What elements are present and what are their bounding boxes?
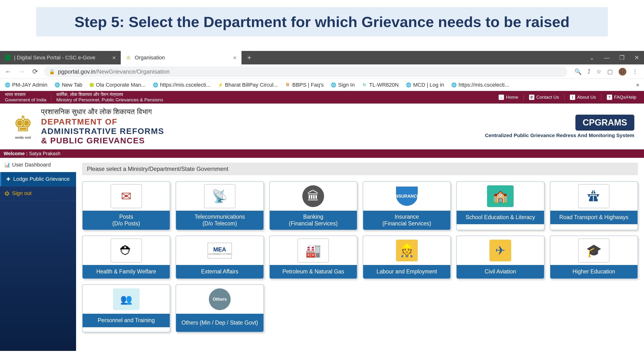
dept-en-line2: ADMINISTRATIVE REFORMS (41, 126, 485, 136)
url-bar: ← → ⟳ 🔒 pgportal.gov.in/NewGrievance/Org… (0, 64, 644, 79)
card-civil-aviation[interactable]: ✈ Civil Aviation (456, 236, 544, 279)
close-icon[interactable]: × (112, 54, 116, 61)
chevron-down-icon[interactable]: ⌄ (590, 54, 594, 61)
panel-icon[interactable]: ▢ (607, 68, 613, 75)
circle-icon (90, 83, 94, 87)
others-icon: Others (209, 288, 230, 310)
forward-button: → (17, 68, 26, 75)
dashboard-icon: 📊 (4, 162, 10, 168)
globe-icon: 🌐 (54, 82, 60, 88)
tab-title: Organisation (135, 54, 165, 61)
card-higher-education[interactable]: 🎓 Higher Education (550, 236, 638, 279)
bookmark-bharat[interactable]: ⚡Bharat BillPay Circul... (218, 82, 278, 88)
sidebar-item-label: Lodge Public Grievance (13, 176, 70, 182)
contact-link[interactable]: ✆Contact Us (526, 95, 562, 100)
share-icon[interactable]: ⤴ (588, 68, 590, 75)
close-window-icon[interactable]: ✕ (634, 54, 639, 61)
reload-button[interactable]: ⟳ (31, 67, 39, 75)
card-telecommunications[interactable]: 📡 Telecommunications(D/o Telecom) (176, 181, 264, 230)
minimize-icon[interactable]: — (604, 54, 610, 61)
bookmark-pmjay[interactable]: 🌐PM-JAY Admin (5, 82, 47, 88)
sidebar-item-label: User Dashboard (12, 162, 51, 168)
bookmark-mis2[interactable]: 🌐https://mis.cscelecti... (451, 82, 509, 88)
maximize-icon[interactable]: ❐ (619, 54, 625, 61)
prompt-text: Please select a Ministry/Department/Stat… (82, 163, 638, 175)
globe-icon: 🌐 (5, 82, 10, 88)
card-external-affairs[interactable]: MEAGOVERNMENT OF INDIA External Affairs (176, 236, 264, 279)
card-banking[interactable]: 🏛 Banking(Financial Services) (269, 181, 358, 230)
favicon-icon (5, 55, 10, 60)
divider (51, 94, 52, 101)
faqs-link[interactable]: ?FAQs/Help (604, 95, 639, 100)
tab-organisation[interactable]: ♔ Organisation × (121, 51, 242, 64)
card-personnel-training[interactable]: 👥 Personnel and Training (82, 284, 170, 332)
globe-icon: 🌐 (153, 82, 158, 88)
card-others[interactable]: Others Others (Min / Dep / State Govt) (176, 284, 264, 332)
dept-titles: प्रशासनिक सुधार और लोक शिकायत विभाग DEPA… (41, 108, 485, 145)
card-school-education[interactable]: 🏫 School Education & Literacy (456, 181, 544, 230)
sidebar-item-dashboard[interactable]: 📊 User Dashboard (0, 158, 76, 172)
cpgrams-box: CPGRAMS Centralized Public Grievance Red… (485, 115, 634, 138)
globe-icon: 🌐 (331, 82, 336, 88)
national-emblem: ♚ सत्यमेव जयते (10, 107, 36, 146)
bank-icon: 🏛 (302, 185, 324, 207)
globe-icon: 🌐 (406, 82, 411, 88)
mea-icon: MEAGOVERNMENT OF INDIA (208, 243, 232, 259)
sidebar: 📊 User Dashboard ✚ Lodge Public Grievanc… (0, 158, 76, 351)
card-labour[interactable]: 👷 Labour and Employment (363, 236, 451, 279)
back-button[interactable]: ← (4, 68, 12, 75)
school-icon: 🏫 (487, 185, 514, 207)
tab-digital-seva[interactable]: | Digital Seva Portal - CSC e-Gove × (0, 51, 121, 64)
card-road-transport[interactable]: 🛣 Road Transport & Highways (550, 181, 638, 230)
tab-title: | Digital Seva Portal - CSC e-Gove (14, 54, 96, 61)
bookmarks-bar: 🌐PM-JAY Admin 🌐New Tab Ola Corporate Man… (0, 79, 644, 91)
gov-en-1: Government of India (5, 97, 46, 103)
url-actions: 🔍 ⤴ ☆ ▢ U ⋮ (572, 68, 640, 75)
chevron-right-icon: » (636, 82, 639, 88)
welcome-label: Welcome : (4, 151, 28, 156)
home-link[interactable]: ⌂Home (496, 95, 521, 100)
dept-en-line1: DEPARTMENT OF (41, 117, 485, 126)
star-icon[interactable]: ☆ (596, 68, 602, 75)
plus-icon: ✚ (6, 176, 11, 182)
search-icon[interactable]: 🔍 (574, 68, 582, 75)
card-petroleum[interactable]: 🏭 Petroleum & Natural Gas (269, 236, 358, 279)
globe-icon: 🌐 (451, 82, 456, 88)
bolt-icon: ⚡ (218, 82, 223, 88)
about-link[interactable]: iAbout Us (567, 95, 599, 100)
petroleum-icon: 🏭 (298, 238, 329, 263)
b-icon: B (285, 82, 290, 88)
dept-hindi: प्रशासनिक सुधार और लोक शिकायत विभाग (41, 108, 485, 116)
card-health[interactable]: ⛑ Health & Family Welfare (82, 236, 170, 279)
close-icon[interactable]: × (233, 54, 237, 61)
card-posts[interactable]: ✉ Posts(D/o Posts) (82, 181, 170, 230)
card-insurance[interactable]: INSURANCE Insurance(Financial Services) (363, 181, 451, 230)
welcome-bar: Welcome : Satya Prakash (0, 149, 644, 158)
emblem-motto: सत्यमेव जयते (15, 136, 31, 140)
gov-header-left: भारत सरकार Government of India कार्मिक, … (5, 92, 163, 103)
content-area: Please select a Ministry/Department/Stat… (76, 158, 644, 351)
bookmark-ola[interactable]: Ola Corporate Man... (90, 82, 145, 88)
url-field[interactable]: 🔒 pgportal.gov.in/NewGrievance/Organisat… (44, 66, 567, 77)
sidebar-item-lodge-grievance[interactable]: ✚ Lodge Public Grievance (0, 172, 76, 186)
gov-en-2: Ministry of Personnel, Public Grievances… (56, 97, 163, 103)
bookmark-mcd[interactable]: 🌐MCD | Log in (406, 82, 444, 88)
sidebar-item-signout[interactable]: ⏻ Sign out (0, 186, 76, 201)
dept-banner: ♚ सत्यमेव जयते प्रशासनिक सुधार और लोक शि… (0, 103, 644, 149)
bookmark-signin[interactable]: 🌐Sign In (331, 82, 355, 88)
bookmark-tlwr[interactable]: ↻TL-WR820N (362, 82, 399, 88)
phone-icon: ✆ (529, 95, 534, 100)
bookmark-bbps[interactable]: BBBPS | Faq's (285, 82, 324, 88)
menu-icon[interactable]: ⋮ (632, 68, 638, 75)
home-icon: ⌂ (499, 95, 504, 100)
favicon-icon: ♔ (126, 55, 131, 60)
avatar[interactable]: U (619, 68, 626, 75)
bookmark-newtab[interactable]: 🌐New Tab (54, 82, 82, 88)
emblem-icon: ♚ (13, 113, 33, 135)
tplink-icon: ↻ (362, 82, 367, 88)
new-tab-button[interactable]: + (244, 52, 254, 63)
bookmarks-overflow[interactable]: » (636, 82, 639, 88)
aviation-icon: ✈ (490, 240, 511, 261)
bookmark-mis1[interactable]: 🌐https://mis.cscelecti... (153, 82, 210, 88)
gov-hindi-2: कार्मिक, लोक शिकायत और पेंशन मंत्रालय (56, 92, 163, 97)
